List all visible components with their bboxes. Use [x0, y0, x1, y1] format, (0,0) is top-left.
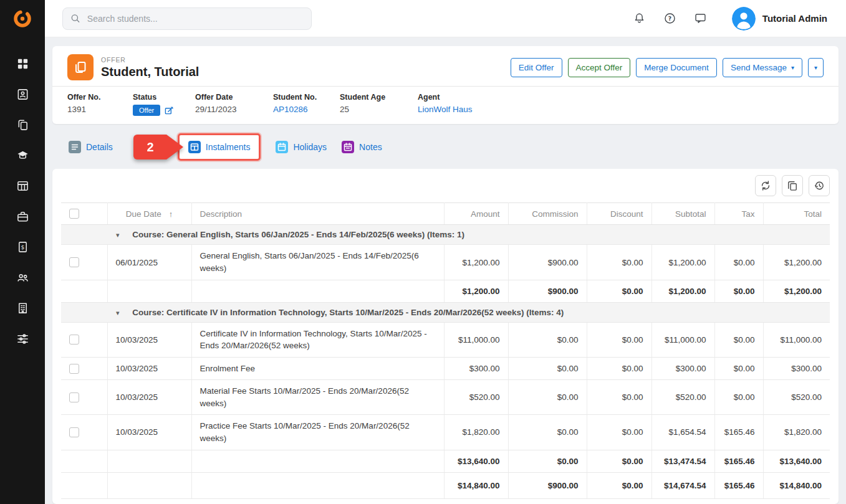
- subtotal-header[interactable]: Subtotal: [651, 203, 714, 225]
- dashboard-icon[interactable]: [0, 49, 45, 79]
- search-input[interactable]: [86, 13, 304, 24]
- tax-total-cell: $165.46: [714, 450, 763, 472]
- topbar: ? Tutorial Admin: [45, 0, 846, 37]
- settings-sliders-icon[interactable]: [0, 323, 45, 354]
- tab-instalments-label: Instalments: [206, 142, 251, 152]
- amount-header[interactable]: Amount: [444, 203, 508, 225]
- row-checkbox[interactable]: [69, 392, 79, 402]
- finance-icon[interactable]: $: [0, 232, 45, 262]
- offer-no-label: Offer No.: [67, 93, 133, 102]
- subtotal-cell: $1,200.00: [651, 245, 714, 280]
- commission-total-cell: $0.00: [508, 450, 587, 472]
- discount-header[interactable]: Discount: [587, 203, 651, 225]
- agents-icon[interactable]: [0, 262, 45, 293]
- select-all-checkbox[interactable]: [69, 209, 79, 219]
- user-avatar[interactable]: [732, 7, 756, 31]
- collapse-caret-icon[interactable]: ▾: [116, 309, 120, 316]
- tax-header[interactable]: Tax: [714, 203, 763, 225]
- discount-cell: $0.00: [587, 415, 651, 450]
- more-actions-button[interactable]: ▾: [808, 58, 824, 77]
- user-name[interactable]: Tutorial Admin: [762, 13, 827, 24]
- step-number: 2: [133, 134, 168, 160]
- status-badge: Offer: [133, 105, 160, 116]
- total-total-cell: $13,640.00: [763, 450, 830, 472]
- row-checkbox[interactable]: [69, 364, 79, 374]
- person-icon: [732, 7, 756, 31]
- row-checkbox[interactable]: [69, 257, 79, 267]
- amount-total-cell: $13,640.00: [444, 450, 508, 472]
- agent-link[interactable]: LionWolf Haus: [418, 105, 473, 114]
- subtotal-cell: $11,000.00: [651, 322, 714, 357]
- due-date-cell: 10/03/2025: [107, 380, 191, 415]
- accept-offer-button[interactable]: Accept Offer: [568, 58, 631, 77]
- due-date-cell: 10/03/2025: [107, 357, 191, 380]
- student-no-label: Student No.: [273, 93, 340, 102]
- offers-icon[interactable]: [0, 110, 45, 140]
- help-icon[interactable]: ?: [663, 12, 676, 25]
- offer-document-icon: [67, 54, 94, 80]
- commission-cell: $0.00: [508, 415, 587, 450]
- instalments-panel: Due Date ↑ Description Amount Commission…: [52, 169, 839, 504]
- campus-icon[interactable]: [0, 293, 45, 323]
- tax-cell: $165.46: [714, 415, 763, 450]
- edit-status-icon[interactable]: [165, 106, 174, 115]
- commission-cell: $900.00: [508, 245, 587, 280]
- step-2-annotation-marker: 2: [133, 134, 184, 160]
- table-row: 10/03/2025 Certificate IV in Information…: [61, 322, 830, 357]
- discount-cell: $0.00: [587, 245, 651, 280]
- commission-cell: $0.00: [508, 322, 587, 357]
- grand-total-row: $14,840.00 $900.00 $0.00 $14,674.54 $165…: [61, 472, 830, 498]
- amount-cell: $520.00: [444, 380, 508, 415]
- tab-holidays[interactable]: Holidays: [276, 141, 327, 153]
- description-header[interactable]: Description: [191, 203, 444, 225]
- copy-button[interactable]: [782, 175, 803, 196]
- tab-notes[interactable]: Notes: [342, 141, 382, 153]
- services-icon[interactable]: [0, 201, 45, 232]
- collapse-caret-icon[interactable]: ▾: [116, 231, 120, 239]
- notes-icon: [342, 141, 354, 153]
- instalments-table: Due Date ↑ Description Amount Commission…: [61, 202, 830, 499]
- commission-header[interactable]: Commission: [508, 203, 587, 225]
- students-icon[interactable]: [0, 79, 45, 110]
- due-date-header[interactable]: Due Date: [126, 209, 161, 219]
- student-no-link[interactable]: AP10286: [273, 105, 308, 114]
- courses-icon[interactable]: [0, 140, 45, 171]
- send-message-button[interactable]: Send Message ▾: [723, 58, 802, 77]
- row-checkbox[interactable]: [69, 335, 79, 345]
- timetable-icon[interactable]: [0, 171, 45, 201]
- offer-date-label: Offer Date: [195, 93, 273, 102]
- notifications-bell-icon[interactable]: [633, 12, 646, 26]
- status-field: Status Offer: [133, 93, 195, 116]
- tab-details-label: Details: [86, 142, 113, 152]
- description-cell: Certificate IV in Information Technology…: [191, 322, 444, 357]
- row-checkbox[interactable]: [69, 427, 79, 437]
- table-row: 10/03/2025 Material Fee Starts 10/Mar/20…: [61, 380, 830, 415]
- agent-label: Agent: [418, 93, 473, 102]
- status-label: Status: [133, 93, 195, 102]
- description-cell: Practice Fee Starts 10/Mar/2025 - Ends 2…: [191, 415, 444, 450]
- chat-icon[interactable]: [694, 12, 707, 25]
- course-group-row: ▾ Course: General English, Starts 06/Jan…: [61, 225, 830, 245]
- history-button[interactable]: [809, 175, 830, 196]
- send-message-label: Send Message: [731, 63, 787, 72]
- description-cell: General English, Starts 06/Jan/2025 - En…: [191, 245, 444, 280]
- group-total-row: $13,640.00 $0.00 $0.00 $13,474.54 $165.4…: [61, 450, 830, 472]
- total-total-cell: $1,200.00: [763, 280, 830, 302]
- record-type-label: OFFER: [101, 56, 199, 64]
- table-toolbar: [52, 169, 839, 202]
- discount-cell: $0.00: [587, 380, 651, 415]
- sidebar: $: [0, 0, 45, 504]
- sort-ascending-icon[interactable]: ↑: [169, 209, 173, 219]
- tab-instalments-highlighted[interactable]: Instalments: [178, 133, 261, 161]
- amount-total-cell: $1,200.00: [444, 280, 508, 302]
- amount-grand-cell: $14,840.00: [444, 472, 508, 498]
- edit-offer-button[interactable]: Edit Offer: [511, 58, 562, 77]
- total-header[interactable]: Total: [763, 203, 830, 225]
- search-box[interactable]: [62, 7, 312, 30]
- app-logo[interactable]: [0, 0, 45, 37]
- refresh-button[interactable]: [755, 175, 776, 196]
- amount-cell: $1,200.00: [444, 245, 508, 280]
- merge-document-button[interactable]: Merge Document: [636, 58, 717, 77]
- tab-details[interactable]: Details: [69, 141, 113, 153]
- chevron-down-icon: ▾: [791, 64, 794, 71]
